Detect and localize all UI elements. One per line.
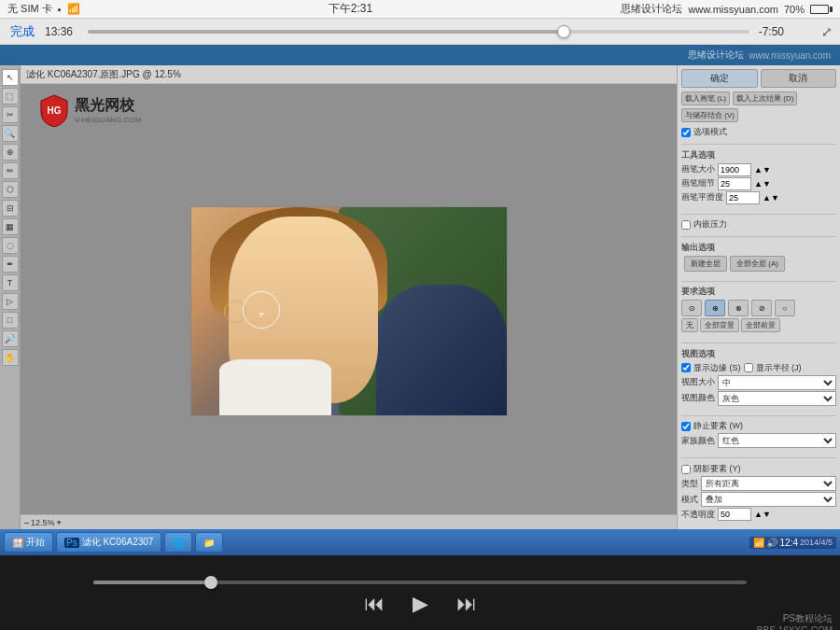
tool-eraser[interactable]: ⊟ xyxy=(2,200,19,217)
smart-title: 要求选项 xyxy=(681,286,836,298)
done-button[interactable]: 完成 xyxy=(9,23,35,40)
tool-text[interactable]: T xyxy=(2,274,19,291)
taskbar-folder-icon[interactable]: 📁 xyxy=(195,532,223,553)
output-all-btn[interactable]: 全部全层 (A) xyxy=(730,256,785,272)
smart-brush-2[interactable]: ⊕ xyxy=(705,300,725,316)
video-progress-track[interactable] xyxy=(88,30,749,34)
static-checkbox[interactable] xyxy=(681,422,691,431)
tool-hand[interactable]: ✋ xyxy=(2,349,19,366)
zoom-out-btn[interactable]: – xyxy=(24,518,29,527)
tool-brush[interactable]: ✏ xyxy=(2,162,19,179)
zoom-in-btn[interactable]: + xyxy=(57,518,62,527)
shadow-mode-select[interactable]: 叠加 xyxy=(701,492,836,507)
tool-crop[interactable]: ✂ xyxy=(2,106,19,123)
option-checkbox[interactable] xyxy=(681,128,691,137)
watermark-site: 思绪设计论坛 xyxy=(688,49,744,62)
tab-combine[interactable]: 与储存结合 (V) xyxy=(681,108,738,122)
bottom-watermark: PS教程论坛 BBS.16XXG.COM xyxy=(757,612,833,630)
shadow-type-row: 类型 所有距离 xyxy=(681,476,836,491)
shadow-header-row: 阴影要素 (Y) xyxy=(681,463,836,475)
media-seek-bar[interactable] xyxy=(93,581,747,584)
smart-brush-5[interactable]: ○ xyxy=(775,300,795,316)
photo-suit-layer xyxy=(376,285,507,415)
tray-time: 12:4 xyxy=(779,538,797,548)
color-row: 家族颜色 红色 xyxy=(681,433,836,448)
color-select[interactable]: 红色 xyxy=(718,433,836,448)
smart-brush-4[interactable]: ⊘ xyxy=(751,300,772,316)
tab-load-brush[interactable]: 载入画笔 (L) xyxy=(681,91,730,105)
start-button[interactable]: 🪟 开始 xyxy=(4,532,53,553)
tool-gradient[interactable]: ▦ xyxy=(2,218,19,235)
tool-dodge[interactable]: ◌ xyxy=(2,237,19,254)
battery-icon xyxy=(810,5,833,14)
brush-size-input[interactable] xyxy=(718,163,751,176)
edge-size-select[interactable]: 中 xyxy=(718,375,836,390)
tool-move[interactable]: ↖ xyxy=(2,69,19,86)
show-radius-checkbox[interactable] xyxy=(744,363,753,372)
pill-none[interactable]: 无 xyxy=(681,318,698,332)
video-progress-thumb[interactable] xyxy=(557,25,570,38)
media-buttons: ⏮ ▶ ⏭ xyxy=(364,594,477,614)
cancel-button[interactable]: 取消 xyxy=(761,69,837,88)
status-time: 下午2:31 xyxy=(329,1,372,17)
shadow-checkbox[interactable] xyxy=(681,465,691,474)
tool-eyedrop[interactable]: 🔍 xyxy=(2,125,19,142)
shadow-type-select[interactable]: 所有距离 xyxy=(701,476,836,491)
tray-date: 2014/4/5 xyxy=(800,538,833,547)
ps-logo: Ps xyxy=(64,538,79,548)
shadow-opacity-input[interactable] xyxy=(718,508,751,521)
tool-pen[interactable]: ✒ xyxy=(2,256,19,273)
brush-size-step-icon[interactable]: ▲▼ xyxy=(754,165,771,175)
expand-button[interactable]: ⤢ xyxy=(821,24,833,39)
tool-zoom[interactable]: 🔎 xyxy=(2,330,19,347)
edge-color-row: 视图颜色 灰色 xyxy=(681,391,836,406)
tool-lasso[interactable]: ⬚ xyxy=(2,88,19,105)
shadow-opacity-step-icon[interactable]: ▲▼ xyxy=(754,510,771,519)
smart-brush-1[interactable]: ⊙ xyxy=(681,300,702,316)
brush-smooth-input[interactable] xyxy=(726,191,760,204)
tray-volume-icon: 🔊 xyxy=(766,538,777,548)
rewind-button[interactable]: ⏮ xyxy=(364,594,385,614)
option-checkbox-row: 选项模式 xyxy=(681,126,836,138)
brush-detail-step-icon[interactable]: ▲▼ xyxy=(754,179,771,189)
media-seek-thumb[interactable] xyxy=(204,576,217,589)
video-section: 视图选项 显示边缘 (S) 显示半径 (J) 视图大小 中 视图颜色 灰色 xyxy=(681,348,836,407)
divider-1 xyxy=(681,144,836,145)
confirm-button[interactable]: 确定 xyxy=(681,69,758,88)
tool-shape[interactable]: □ xyxy=(2,312,19,329)
sim-icon: ▪ xyxy=(58,4,62,15)
canvas-area: 滤化 KC06A2307.原图.JPG @ 12.5% HG 黑光网校 V-HE… xyxy=(21,65,677,529)
play-button[interactable]: ▶ xyxy=(413,594,428,614)
tool-clone[interactable]: ⬡ xyxy=(2,181,19,198)
brush-detail-input[interactable] xyxy=(718,177,751,190)
svg-text:HG: HG xyxy=(48,105,62,116)
tool-heal[interactable]: ⊕ xyxy=(2,144,19,161)
taskbar-ps-icon[interactable]: Ps 滤化 KC06A2307 xyxy=(56,532,161,553)
tool-path[interactable]: ▷ xyxy=(2,293,19,310)
smart-brush-icons: ⊙ ⊕ ⊗ ⊘ ○ xyxy=(681,300,836,316)
wifi-icon: 📶 xyxy=(67,3,80,15)
brush-smooth-step-icon[interactable]: ▲▼ xyxy=(763,193,779,203)
pill-all-fg[interactable]: 全部前景 xyxy=(741,318,780,332)
tab-load-last[interactable]: 载入上次结果 (D) xyxy=(733,91,797,105)
watermark-bar: 思绪设计论坛 www.missyuan.com xyxy=(0,45,840,65)
edge-color-select[interactable]: 灰色 xyxy=(718,391,836,406)
inner-pressure-checkbox[interactable] xyxy=(681,220,691,230)
smart-brush-3[interactable]: ⊗ xyxy=(728,300,749,316)
forward-button[interactable]: ⏭ xyxy=(456,594,477,614)
shadow-type-label: 类型 xyxy=(681,478,698,490)
divider-3 xyxy=(681,236,836,237)
tool-options-section: 工具选项 画笔大小 ▲▼ 画笔细节 ▲▼ 画笔平滑度 ▲▼ xyxy=(681,149,836,205)
status-right: 思绪设计论坛 www.missyuan.com 70% xyxy=(621,2,833,16)
logo-sub: V-HEIGUANG.COM xyxy=(75,116,141,124)
pill-all-bg[interactable]: 全部背景 xyxy=(700,318,739,332)
bw-line1: PS教程论坛 xyxy=(757,612,833,625)
photo-wrapper: + xyxy=(190,206,508,416)
photo-image: + xyxy=(190,206,508,416)
static-label: 静止要素 (W) xyxy=(693,420,743,432)
show-edges-checkbox[interactable] xyxy=(681,363,691,372)
output-new-btn[interactable]: 新建全层 xyxy=(684,256,727,272)
taskbar-browser-icon[interactable]: 🌐 xyxy=(164,532,192,553)
video-title: 视图选项 xyxy=(681,348,836,360)
brush-detail-label: 画笔细节 xyxy=(681,177,715,189)
